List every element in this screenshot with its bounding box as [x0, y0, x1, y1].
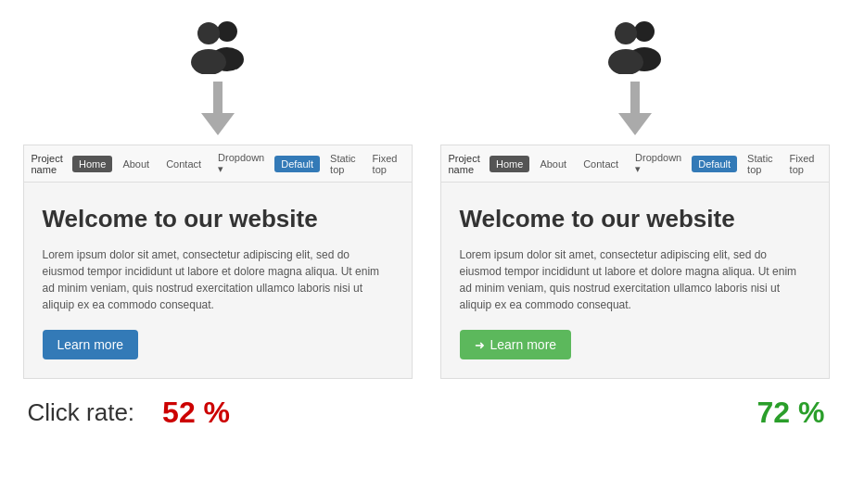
svg-rect-4: [213, 82, 223, 115]
nav-home-a[interactable]: Home: [72, 156, 112, 172]
click-rate-value-a: 52 %: [162, 396, 230, 430]
click-rate-label-a: Click rate:: [28, 398, 135, 427]
nav-brand-b: Project name: [449, 153, 481, 175]
users-group-icon-a: [181, 19, 255, 74]
card-body-b: Lorem ipsum dolor sit amet, consectetur …: [460, 246, 810, 313]
click-rate-block-b: 72 %: [436, 396, 825, 430]
nav-default-a[interactable]: Default: [274, 156, 320, 172]
card-title-a: Welcome to our website: [43, 205, 393, 233]
nav-about-a[interactable]: About: [116, 156, 156, 172]
svg-rect-10: [630, 82, 640, 115]
nav-static-b[interactable]: Static top: [741, 150, 780, 178]
card-body-a: Lorem ipsum dolor sit amet, consectetur …: [43, 246, 393, 313]
learn-more-button-b[interactable]: ➜ Learn more: [460, 330, 572, 359]
svg-point-6: [634, 21, 655, 42]
nav-contact-b[interactable]: Contact: [577, 156, 625, 172]
click-rate-value-b: 72 %: [757, 396, 825, 430]
card-title-b: Welcome to our website: [460, 205, 810, 233]
svg-point-9: [608, 49, 643, 74]
svg-point-8: [615, 22, 637, 44]
variant-a: Project name Home About Contact Dropdown…: [23, 19, 413, 379]
users-group-icon-b: [598, 19, 672, 74]
nav-home-b[interactable]: Home: [490, 156, 529, 172]
svg-point-2: [197, 22, 220, 44]
nav-dropdown-b[interactable]: Dropdown ▾: [629, 149, 688, 178]
click-rate-block-a: Click rate: 52 %: [28, 396, 417, 430]
nav-fixed-b[interactable]: Fixed top: [783, 150, 821, 178]
svg-marker-5: [201, 113, 235, 135]
navbar-b: Project name Home About Contact Dropdown…: [440, 145, 830, 182]
svg-point-3: [191, 49, 226, 74]
variant-b: Project name Home About Contact Dropdown…: [440, 19, 830, 379]
button-arrow-icon: ➜: [475, 338, 485, 352]
arrow-down-a: [201, 82, 235, 137]
content-card-a: Welcome to our website Lorem ipsum dolor…: [23, 182, 413, 379]
nav-dropdown-a[interactable]: Dropdown ▾: [211, 149, 271, 178]
learn-more-button-a[interactable]: Learn more: [43, 330, 139, 359]
learn-more-label-b: Learn more: [490, 337, 557, 352]
svg-point-0: [217, 21, 237, 42]
content-card-b: Welcome to our website Lorem ipsum dolor…: [440, 182, 830, 379]
nav-default-b[interactable]: Default: [692, 156, 737, 172]
comparison-layout: Project name Home About Contact Dropdown…: [9, 19, 843, 379]
arrow-down-b: [618, 82, 652, 137]
svg-marker-11: [618, 113, 652, 135]
nav-fixed-a[interactable]: Fixed top: [366, 150, 404, 178]
nav-about-b[interactable]: About: [533, 156, 573, 172]
click-rate-row: Click rate: 52 % 72 %: [19, 396, 834, 430]
nav-brand-a: Project name: [32, 153, 64, 175]
navbar-a: Project name Home About Contact Dropdown…: [23, 145, 413, 182]
nav-static-a[interactable]: Static top: [324, 150, 362, 178]
nav-contact-a[interactable]: Contact: [159, 156, 208, 172]
